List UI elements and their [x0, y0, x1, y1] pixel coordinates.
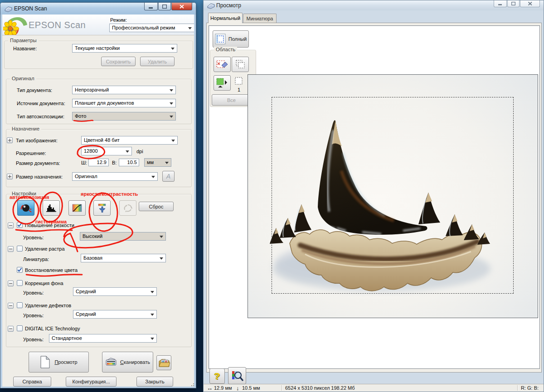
preview-window: Просмотр Нормальный Миниатюра Полный Обл… — [203, 0, 544, 392]
chevron-down-icon — [151, 314, 154, 318]
delete-marquee-button[interactable] — [214, 57, 231, 72]
help-button[interactable]: Справка — [13, 377, 51, 387]
chevron-down-icon — [126, 150, 129, 155]
minimize-button[interactable] — [144, 3, 158, 10]
reset-button[interactable]: Сброс — [139, 202, 174, 211]
descreen-label: Удаление растра — [25, 246, 65, 252]
ice-checkbox[interactable] — [17, 325, 23, 331]
sharpen-checkbox[interactable] — [17, 222, 23, 228]
settings-name-dropdown[interactable]: Текущие настройки — [72, 44, 177, 53]
delete-marquee-icon — [216, 59, 228, 70]
width-label: Ш: — [81, 160, 87, 165]
doc-source-label: Источник документа: — [17, 101, 65, 106]
maximize-button[interactable] — [158, 3, 171, 10]
dust-expander[interactable] — [8, 303, 14, 309]
epson-logo-icon — [3, 15, 28, 35]
auto-exposure-icon — [19, 203, 32, 213]
close-dialog-button[interactable]: Закрыть — [136, 377, 173, 387]
close-button[interactable] — [171, 3, 192, 10]
densitometer-button[interactable] — [228, 367, 246, 384]
height-field[interactable]: 10.5 — [119, 159, 139, 166]
backlight-expander[interactable] — [8, 281, 14, 286]
chevron-down-icon — [170, 116, 173, 120]
image-type-label: Тип изображения: — [16, 138, 58, 143]
sharpen-expander[interactable] — [8, 223, 14, 228]
preview-close-button[interactable] — [520, 0, 540, 7]
scan-titlebar[interactable]: EPSON Scan — [0, 3, 196, 15]
app-icon — [5, 5, 12, 12]
backlight-level-dropdown[interactable]: Средний — [73, 287, 157, 296]
color-restore-label: Восстановление цвета — [25, 267, 78, 273]
auto-locate-button[interactable] — [214, 75, 231, 91]
marquee-thumbnail-icon[interactable] — [234, 77, 243, 85]
dpi-label: dpi — [136, 149, 143, 154]
units-dropdown[interactable]: мм — [144, 158, 171, 167]
tab-thumbnail[interactable]: Миниатюра — [243, 14, 277, 23]
doc-type-dropdown[interactable]: Непрозрачный — [72, 86, 176, 94]
densitometer-magnifier-icon — [231, 369, 243, 382]
preview-window-title: Просмотр — [216, 2, 241, 9]
horizontal-arrow-icon: ↔ — [207, 385, 213, 392]
delete-button[interactable]: Удалить — [140, 57, 175, 66]
target-size-expander[interactable] — [7, 174, 13, 179]
epson-scan-logo-text: EPSON Scan — [29, 20, 86, 30]
brightness-contrast-button[interactable] — [93, 200, 111, 216]
preview-help-button[interactable]: ? — [209, 368, 225, 384]
descreen-expander[interactable] — [8, 246, 14, 252]
selection-marquee[interactable] — [272, 97, 514, 294]
full-preview-button[interactable]: Полный — [213, 30, 249, 48]
full-marquee-icon — [215, 34, 226, 44]
backlight-checkbox[interactable] — [17, 280, 23, 286]
resize-grip[interactable] — [190, 382, 194, 387]
ice-level-dropdown[interactable]: Стандартное — [49, 334, 157, 343]
ice-expander[interactable] — [8, 326, 14, 332]
ice-label: DIGITAL ICE Technology — [25, 326, 80, 331]
image-type-dropdown[interactable]: Цветной 48 бит — [81, 136, 178, 145]
tone-correction-button[interactable] — [68, 200, 86, 216]
scan-button[interactable]: Сканировать — [102, 352, 153, 373]
annotation-text-histogram: гистограмма — [35, 219, 67, 224]
histogram-button[interactable] — [43, 200, 60, 216]
duplicate-marquee-icon — [234, 59, 246, 70]
configuration-button[interactable]: Конфигурация... — [66, 377, 117, 387]
tab-normal[interactable]: Нормальный — [208, 13, 243, 23]
auto-exposure-button[interactable] — [17, 200, 34, 216]
document-icon — [40, 356, 50, 368]
doc-source-dropdown[interactable]: Планшет для документов — [72, 99, 176, 107]
preview-titlebar[interactable]: Просмотр — [204, 0, 544, 10]
scan-header-banner: EPSON Scan Режим: Профессиональный режим — [2, 15, 194, 35]
sharpen-level-dropdown[interactable]: Высокий — [80, 232, 166, 241]
mode-dropdown[interactable]: Профессиональный режим — [109, 24, 194, 32]
chevron-down-icon — [170, 102, 173, 106]
doc-type-label: Тип документа: — [17, 87, 52, 93]
width-field[interactable]: 12.9 — [88, 159, 109, 166]
dust-label: Удаление дефектов — [25, 303, 71, 308]
descreen-checkbox[interactable] — [17, 246, 23, 252]
doc-size-label: Размер документа: — [16, 160, 60, 166]
resolution-combo[interactable]: 12800 — [81, 147, 132, 155]
file-save-settings-button[interactable] — [156, 355, 171, 370]
save-button[interactable]: Сохранить — [101, 57, 136, 66]
image-type-expander[interactable] — [7, 137, 13, 143]
all-marquees-button[interactable]: Все — [212, 94, 251, 106]
preview-button[interactable]: Просмотр — [29, 352, 89, 373]
tone-curve-icon — [72, 203, 83, 213]
screen-ruling-dropdown[interactable]: Базовая — [81, 254, 166, 262]
preview-maximize-button[interactable] — [507, 0, 520, 7]
vertical-arrow-icon: ↓ — [236, 385, 239, 392]
color-restore-checkbox[interactable] — [17, 267, 23, 273]
chevron-down-icon — [151, 176, 155, 180]
annotation-text-brightness: яркость/контрастность — [81, 191, 138, 197]
chevron-down-icon — [171, 48, 175, 52]
autoexposure-type-dropdown[interactable]: Фото — [72, 112, 176, 121]
status-pixel-dimensions: 6524 x 5310 пиксел 198.22 Мб — [285, 385, 355, 391]
dust-level-label: Уровень: — [23, 313, 44, 318]
orientation-button[interactable]: A — [162, 171, 175, 182]
dust-checkbox[interactable] — [17, 302, 23, 308]
duplicate-marquee-button[interactable] — [232, 57, 249, 72]
target-size-dropdown[interactable]: Оригинал — [72, 172, 158, 181]
color-cycle-icon — [122, 203, 133, 213]
color-palette-button[interactable] — [119, 200, 136, 216]
dust-level-dropdown[interactable]: Средний — [73, 310, 157, 319]
preview-minimize-button[interactable] — [494, 0, 507, 7]
